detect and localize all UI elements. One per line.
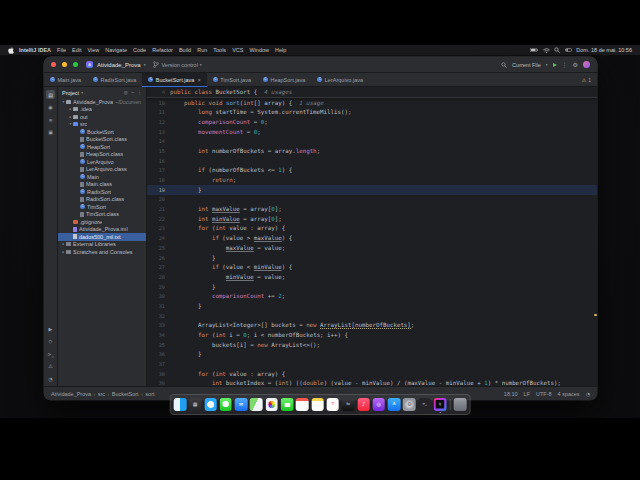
tab-timsort.java[interactable]: CTimSort.java	[207, 73, 257, 86]
dock-podcasts-icon[interactable]: ◎	[373, 398, 386, 411]
cursor-position[interactable]: 18:10	[504, 391, 518, 397]
menu-vcs[interactable]: VCS	[229, 47, 246, 53]
terminal-tool-icon[interactable]: >_	[46, 349, 55, 358]
tree-item-heapsort.class[interactable]: HeapSort.class	[58, 151, 146, 159]
tree-item-main.class[interactable]: Main.class	[58, 181, 146, 189]
dock-safari-icon[interactable]	[204, 398, 217, 411]
tab-main.java[interactable]: CMain.java	[44, 73, 87, 86]
code-line-30[interactable]: 30 comparisonCount += 2;	[147, 291, 597, 301]
dock-launchpad-icon[interactable]: ▦	[189, 398, 202, 411]
menu-help[interactable]: Help	[272, 47, 289, 53]
tab-bucketsort.java[interactable]: CBucketSort.java×	[142, 73, 206, 86]
tree-item-src[interactable]: ▾src	[58, 121, 146, 129]
dock-mail-icon[interactable]: ✉	[235, 398, 248, 411]
indent-style[interactable]: 4 spaces	[558, 391, 580, 397]
line-number[interactable]: 23	[147, 225, 170, 231]
line-number[interactable]: 36	[147, 351, 170, 357]
notifications-bell-icon[interactable]: ◔	[586, 391, 590, 397]
code-line-36[interactable]: 36 }	[147, 350, 597, 360]
project-widget[interactable]: Atividade_Prova	[97, 62, 141, 68]
line-number[interactable]: 19	[147, 187, 170, 193]
menu-window[interactable]: Window	[246, 47, 272, 53]
inspections-widget[interactable]: ⚠ 1	[576, 73, 597, 86]
code-line-29[interactable]: 29 }	[147, 282, 597, 292]
tree-item-.gitignore[interactable]: .gitignore	[58, 218, 146, 226]
notifications-tool-icon[interactable]: ◔	[46, 374, 55, 383]
line-number[interactable]: 13	[147, 129, 170, 135]
apple-logo-icon[interactable]	[8, 47, 14, 54]
project-tool-icon[interactable]: ▤	[46, 90, 55, 99]
code-line-13[interactable]: 13 movementCount = 0;	[147, 127, 597, 137]
line-number[interactable]: 39	[147, 380, 170, 386]
run-button[interactable]	[553, 63, 557, 67]
code-line-32[interactable]: 32	[147, 311, 597, 321]
tree-item-atividade_prova[interactable]: ▾Atividade_Prova~/Documen	[58, 98, 146, 106]
line-number[interactable]: 29	[147, 284, 170, 290]
wifi-icon[interactable]	[543, 48, 550, 53]
line-number[interactable]: 34	[147, 332, 170, 338]
code-line-37[interactable]: 37	[147, 359, 597, 369]
dock-messages-icon[interactable]	[220, 398, 233, 411]
title-bar[interactable]: A Atividade_Prova ▾ Version control ▾ Cu…	[44, 57, 597, 73]
code-line-20[interactable]: 20	[147, 195, 597, 205]
run-tool-icon[interactable]: ▶	[46, 324, 55, 333]
line-number[interactable]: 4	[147, 89, 170, 95]
control-center-icon[interactable]	[565, 48, 572, 52]
run-configuration-selector[interactable]: Current File	[512, 62, 541, 68]
line-number[interactable]: 25	[147, 245, 170, 251]
line-number[interactable]: 31	[147, 303, 170, 309]
line-number[interactable]: 12	[147, 119, 170, 125]
dock-finder-icon[interactable]	[174, 398, 187, 411]
breadcrumb-bucketsort[interactable]: BucketSort	[112, 391, 139, 397]
code-line-4[interactable]: 4public class BucketSort { 4 usages	[147, 87, 597, 97]
line-number[interactable]: 21	[147, 206, 170, 212]
code-line-33[interactable]: 33 ArrayList<Integer>[] buckets = new Ar…	[147, 321, 597, 331]
menu-edit[interactable]: Edit	[69, 47, 84, 53]
line-number[interactable]: 15	[147, 148, 170, 154]
code-line-16[interactable]: 16	[147, 156, 597, 166]
menu-file[interactable]: File	[54, 47, 69, 53]
more-icon[interactable]: ⋮	[138, 90, 143, 95]
tree-item-lerarquivo[interactable]: CLerArquivo	[58, 158, 146, 166]
breadcrumb-src[interactable]: src	[98, 391, 105, 397]
line-number[interactable]: 26	[147, 255, 170, 261]
breadcrumb-atividade_prova[interactable]: Atividade_Prova	[51, 391, 91, 397]
tree-item-.idea[interactable]: ▸.idea	[58, 106, 146, 114]
dock-settings-icon[interactable]: ⚙	[403, 398, 416, 411]
code-line-25[interactable]: 25 maxValue = value;	[147, 243, 597, 253]
dock-intellij-icon[interactable]: IJ	[434, 398, 447, 411]
settings-gear-icon[interactable]: ⚙	[573, 61, 578, 68]
line-number[interactable]: 16	[147, 158, 170, 164]
tree-item-timsort.class[interactable]: TimSort.class	[58, 211, 146, 219]
debug-tool-icon[interactable]: ◇	[46, 337, 55, 346]
tree-item-dados500_mil.txt[interactable]: dados500_mil.txt	[58, 233, 146, 241]
line-number[interactable]: 38	[147, 371, 170, 377]
tree-item-atividade_prova.iml[interactable]: Atividade_Prova.iml	[58, 226, 146, 234]
code-line-38[interactable]: 38 for (int value : array) {	[147, 369, 597, 379]
tab-radixsort.java[interactable]: CRadixSort.java	[87, 73, 142, 86]
collapse-all-icon[interactable]: −	[131, 90, 135, 95]
menu-refactor[interactable]: Refactor	[149, 47, 176, 53]
code-line-34[interactable]: 34 for (int i = 0; i < numberOfBuckets; …	[147, 330, 597, 340]
dock-maps-icon[interactable]	[250, 398, 263, 411]
line-number[interactable]: 33	[147, 322, 170, 328]
code-line-12[interactable]: 12 comparisonCount = 0;	[147, 117, 597, 127]
avatar[interactable]	[583, 61, 590, 68]
search-icon[interactable]	[554, 47, 560, 53]
tree-item-bucketsort[interactable]: CBucketSort	[58, 128, 146, 136]
dock-reminders-icon[interactable]: ≡	[327, 398, 340, 411]
warning-mark[interactable]	[594, 314, 597, 316]
tree-item-scratches and consoles[interactable]: ▸Scratches and Consoles	[58, 248, 146, 256]
sticky-line[interactable]: 4public class BucketSort { 4 usages	[147, 87, 597, 98]
more-icon[interactable]: ⋮	[562, 61, 568, 68]
tree-item-heapsort[interactable]: CHeapSort	[58, 143, 146, 151]
error-stripe[interactable]	[593, 87, 597, 386]
code-line-35[interactable]: 35 buckets[i] = new ArrayList<>();	[147, 340, 597, 350]
vcs-widget[interactable]: Version control ▾	[153, 61, 201, 68]
line-number[interactable]: 37	[147, 361, 170, 367]
menu-tools[interactable]: Tools	[210, 47, 229, 53]
code-line-39[interactable]: 39 int bucketIndex = (int) ((double) (va…	[147, 379, 597, 386]
code-line-21[interactable]: 21 int maxValue = array[0];	[147, 204, 597, 214]
close-window-button[interactable]	[51, 62, 56, 67]
code-line-19[interactable]: 19 }	[147, 185, 597, 195]
